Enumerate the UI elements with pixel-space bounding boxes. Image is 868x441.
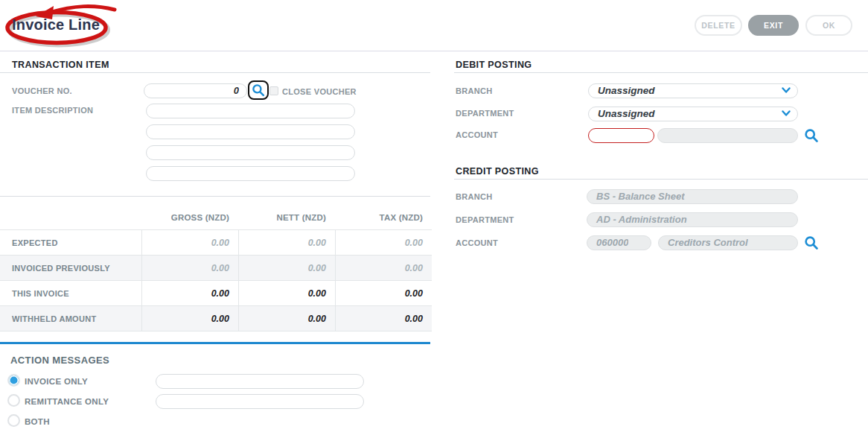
invoice-line-window: Invoice Line DELETE EXIT OK TRANSACTION …: [0, 0, 868, 441]
invoiced-previously-tax: 0.00: [335, 256, 432, 280]
debit-account-code-input[interactable]: [588, 128, 654, 143]
voucher-search-frame[interactable]: [248, 80, 269, 100]
credit-branch-field: BS - Balance Sheet: [587, 189, 798, 204]
radio-both-label: BOTH: [25, 417, 50, 426]
this-invoice-tax[interactable]: 0.00: [335, 281, 432, 305]
credit-account-name: Creditors Control: [659, 237, 748, 248]
column-header-gross: GROSS (NZD): [141, 213, 229, 222]
table-row-this-invoice: THIS INVOICE 0.00 0.00 0.00: [0, 280, 432, 305]
debit-account-search-button[interactable]: [804, 128, 819, 143]
table-row-invoiced-previously: INVOICED PREVIOUSLY 0.00 0.00 0.00: [0, 255, 432, 280]
withheld-tax[interactable]: 0.00: [335, 306, 432, 331]
transaction-item-heading: TRANSACTION ITEM: [12, 60, 109, 70]
row-label: EXPECTED: [0, 230, 141, 255]
withheld-nett[interactable]: 0.00: [238, 306, 335, 331]
radio-remittance-only[interactable]: [7, 394, 20, 407]
table-row-expected: EXPECTED 0.00 0.00 0.00: [0, 229, 432, 255]
close-voucher-label: CLOSE VOUCHER: [282, 87, 357, 96]
credit-department-field: AD - Administration: [587, 212, 798, 227]
column-header-tax: TAX (NZD): [335, 213, 423, 222]
action-messages-heading: ACTION MESSAGES: [10, 355, 109, 366]
debit-branch-value: Unassigned: [589, 85, 655, 96]
item-description-input-4[interactable]: [146, 166, 355, 181]
expected-gross[interactable]: 0.00: [141, 230, 238, 255]
action-messages-divider: [0, 342, 430, 344]
debit-department-select[interactable]: Unassigned: [588, 107, 798, 121]
expected-tax[interactable]: 0.00: [335, 230, 432, 255]
amounts-section-divider: [0, 196, 430, 197]
invoiced-previously-gross: 0.00: [141, 256, 238, 280]
credit-account-label: ACCOUNT: [456, 238, 498, 247]
credit-posting-underline: [454, 179, 868, 180]
table-row-withheld-amount: WITHHELD AMOUNT 0.00 0.00 0.00: [0, 305, 432, 331]
search-icon: [252, 83, 265, 97]
column-header-nett: NETT (NZD): [238, 213, 326, 222]
row-label: THIS INVOICE: [0, 281, 141, 305]
withheld-gross[interactable]: 0.00: [141, 306, 238, 331]
invoiced-previously-nett: 0.00: [238, 256, 335, 280]
item-description-input-2[interactable]: [146, 124, 355, 139]
remittance-only-message-input[interactable]: [156, 394, 364, 409]
radio-invoice-only[interactable]: [7, 374, 20, 387]
this-invoice-gross[interactable]: 0.00: [141, 281, 238, 305]
item-description-label: ITEM DESCRIPTION: [12, 106, 93, 115]
voucher-no-label: VOUCHER NO.: [12, 86, 72, 95]
item-description-input-1[interactable]: [146, 104, 355, 118]
debit-posting-heading: DEBIT POSTING: [456, 60, 532, 70]
close-voucher-checkbox[interactable]: [269, 86, 278, 95]
credit-account-search-button[interactable]: [804, 235, 819, 250]
debit-account-label: ACCOUNT: [456, 130, 498, 139]
credit-account-code-field: 060000: [587, 235, 651, 250]
debit-posting-underline: [454, 72, 868, 73]
row-label: INVOICED PREVIOUSLY: [0, 256, 141, 280]
ok-button[interactable]: OK: [805, 15, 852, 36]
radio-both[interactable]: [7, 414, 20, 427]
credit-account-name-field: Creditors Control: [658, 235, 798, 250]
debit-account-name-field: [657, 128, 798, 143]
page-title: Invoice Line: [12, 16, 100, 34]
debit-department-value: Unassigned: [589, 108, 655, 119]
row-label: WITHHELD AMOUNT: [0, 306, 141, 331]
radio-invoice-only-label: INVOICE ONLY: [25, 377, 88, 386]
radio-remittance-only-label: REMITTANCE ONLY: [25, 397, 109, 406]
invoice-only-message-input[interactable]: [156, 374, 364, 389]
credit-posting-heading: CREDIT POSTING: [456, 166, 539, 177]
chevron-down-icon: [782, 110, 791, 117]
search-icon: [804, 128, 819, 143]
credit-department-label: DEPARTMENT: [456, 215, 514, 224]
amounts-table: EXPECTED 0.00 0.00 0.00 INVOICED PREVIOU…: [0, 229, 432, 331]
delete-button[interactable]: DELETE: [695, 15, 742, 36]
debit-branch-select[interactable]: Unassigned: [588, 83, 798, 98]
debit-department-label: DEPARTMENT: [456, 109, 514, 118]
header-divider: [0, 51, 868, 51]
credit-account-code: 060000: [587, 237, 628, 248]
chevron-down-icon: [782, 87, 791, 94]
this-invoice-nett[interactable]: 0.00: [238, 281, 335, 305]
exit-button[interactable]: EXIT: [748, 15, 799, 36]
voucher-no-input[interactable]: [144, 83, 247, 98]
credit-department-value: AD - Administration: [587, 214, 687, 225]
item-description-input-3[interactable]: [146, 145, 355, 160]
expected-nett[interactable]: 0.00: [238, 230, 335, 255]
transaction-item-underline: [0, 72, 430, 73]
credit-branch-label: BRANCH: [456, 192, 492, 201]
debit-branch-label: BRANCH: [456, 86, 492, 95]
credit-branch-value: BS - Balance Sheet: [587, 191, 685, 202]
search-icon: [804, 235, 819, 250]
